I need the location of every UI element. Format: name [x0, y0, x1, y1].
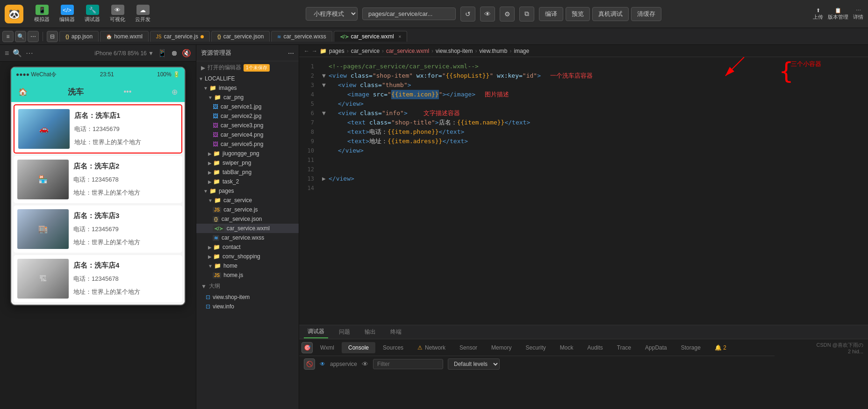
devtools-tab-audits[interactable]: Audits	[581, 342, 609, 353]
upload-button[interactable]: ⬆ 上传	[813, 7, 823, 21]
file-car-service-json[interactable]: {} car_service.json	[196, 214, 299, 224]
tab-app-json[interactable]: {} app.json	[59, 31, 99, 42]
task2-folder[interactable]: ▶ 📁 task_2	[196, 177, 299, 186]
devtools-tab-sources[interactable]: Sources	[376, 342, 410, 353]
tab-output[interactable]: 输出	[361, 326, 380, 338]
visible-button[interactable]: 👁 可视化	[106, 3, 129, 25]
bottom-tabs-bar: 调试器 问题 输出 终端	[299, 325, 868, 339]
devtools-tab-trace[interactable]: Trace	[610, 342, 638, 353]
toggle-2[interactable]: ▼	[320, 72, 328, 80]
sidebar-toggle[interactable]: ≡	[2, 31, 14, 42]
menu-icon[interactable]: ≡	[5, 49, 9, 58]
swiper-folder[interactable]: ▶ 📁 swiper_png	[196, 158, 299, 168]
settings-icon-button[interactable]: ⚙	[500, 7, 515, 22]
devtools-tab-mock[interactable]: Mock	[553, 342, 580, 353]
toggle-13[interactable]: ▶	[320, 175, 328, 183]
eye-icon-2[interactable]: 👁	[362, 360, 368, 368]
compile-button[interactable]: 编译	[539, 7, 563, 21]
devtools-tab-memory[interactable]: Memory	[485, 342, 518, 353]
forward-icon[interactable]: →	[312, 48, 317, 54]
toggle-3[interactable]: ▼	[320, 81, 328, 89]
simulator-button[interactable]: 📱 模拟器	[30, 3, 53, 25]
code-line-14	[320, 183, 866, 193]
outline-item-shop-item[interactable]: ⊡ view.shop-item	[196, 292, 299, 302]
more-options-button[interactable]: ⋯	[28, 31, 39, 42]
tabbar-folder[interactable]: ▶ 📁 tabBar_png	[196, 168, 299, 177]
preview-button[interactable]: 预览	[566, 7, 590, 21]
version-mgmt-button[interactable]: 📋 版本管理	[828, 7, 848, 21]
mode-select[interactable]: 小程序模式	[306, 7, 358, 21]
search-icon-button[interactable]: 🔍	[15, 31, 26, 42]
search-icon[interactable]: 🔍	[13, 49, 22, 58]
phone-frame: ●●●● WeChat令 23:51 100% 🔋 🏠 洗车 ••• ⊕	[0, 62, 196, 409]
tab-car-service-js[interactable]: JS car_service.js	[150, 31, 210, 42]
conv-shopping-folder[interactable]: ▶ 📁 conv_shopping	[196, 252, 299, 261]
cloud-button[interactable]: ☁ 云开发	[131, 3, 154, 25]
home-folder[interactable]: ▼ 📁 home	[196, 261, 299, 270]
opened-editors-section[interactable]: ▶ 打开的编辑器 1个未保存	[196, 61, 299, 74]
tab-issues[interactable]: 问题	[335, 326, 354, 338]
images-folder[interactable]: ▼ 📁 images	[196, 83, 299, 93]
split-editor-button[interactable]: ⊟	[47, 31, 58, 42]
car-png-folder[interactable]: ▼ 📁 car_png	[196, 93, 299, 102]
file-car-service5[interactable]: 🖼 car_service5.png	[196, 139, 299, 149]
jiugongge-folder[interactable]: ▶ 📁 jiugongge_png	[196, 149, 299, 158]
layers-icon-button[interactable]: ⧉	[519, 7, 534, 22]
console-clear-button[interactable]: 🚫	[304, 358, 315, 370]
editor-button[interactable]: </> 编辑器	[56, 3, 79, 25]
back-icon[interactable]: ←	[304, 48, 309, 54]
record-icon[interactable]: ⏺	[171, 49, 178, 58]
devtools-icon-btn[interactable]: 🎯	[301, 342, 313, 353]
devtools-tab-wxml[interactable]: Wxml	[314, 342, 341, 353]
eye-icon[interactable]: 👁	[320, 361, 325, 367]
devtools-tab-console[interactable]: Console	[342, 342, 375, 353]
devtools-tab-appdata[interactable]: AppData	[638, 342, 674, 353]
more-options-icon[interactable]: ⋯	[288, 50, 294, 57]
car-service-folder[interactable]: ▼ 📁 car_service	[196, 196, 299, 205]
close-tab-button[interactable]: ×	[399, 34, 402, 39]
real-debug-button[interactable]: 真机调试	[592, 7, 629, 21]
file-car-service-wxss[interactable]: ≋ car_service.wxss	[196, 233, 299, 242]
filter-input[interactable]	[373, 359, 443, 369]
audio-icon[interactable]: 🔇	[182, 49, 191, 58]
phone-time: 23:51	[100, 71, 114, 78]
preview-icon-button[interactable]: 👁	[480, 7, 495, 22]
code-editor[interactable]: <!--pages/car_service/car_service.wxml--…	[318, 57, 868, 325]
devtools-tab-network[interactable]: ⚠Network	[411, 342, 452, 353]
clear-cache-button[interactable]: 清缓存	[631, 7, 661, 21]
file-car-service-js[interactable]: JS car_service.js	[196, 205, 299, 214]
debug-button[interactable]: 🔧 调试器	[81, 3, 104, 25]
file-home-js[interactable]: JS home.js	[196, 270, 299, 280]
tab-car-service-wxml[interactable]: ≺/≻ car_service.wxml ×	[334, 31, 408, 42]
tab-car-service-wxss[interactable]: ≋ car_service.wxss	[271, 31, 332, 42]
contact-folder[interactable]: ▶ 📁 contact	[196, 242, 299, 252]
devtools-tab-storage[interactable]: Storage	[674, 342, 707, 353]
shop-phone-2: 电话：12345678	[73, 175, 179, 184]
file-car-service-wxml[interactable]: ≺/≻ car_service.wxml	[196, 224, 299, 233]
devtools-tab-bar: 🎯 Wxml Console Sources ⚠Network Sensor M…	[299, 339, 775, 356]
url-bar[interactable]	[362, 7, 456, 20]
file-car-service1[interactable]: 🖼 car_service1.jpg	[196, 102, 299, 111]
phone-device: ●●●● WeChat令 23:51 100% 🔋 🏠 洗车 ••• ⊕	[10, 66, 186, 306]
tab-debugger[interactable]: 调试器	[304, 326, 328, 338]
car-icon-4: 🏗	[39, 275, 47, 283]
tab-car-service-json[interactable]: {} car_service.json	[211, 31, 270, 42]
detail-button[interactable]: ⋯ 详情	[853, 7, 863, 21]
level-select[interactable]: Default levels	[448, 358, 500, 370]
file-car-service3[interactable]: 🖼 car_service3.png	[196, 121, 299, 130]
toggle-6[interactable]: ▼	[320, 110, 328, 117]
tab-home-wxml[interactable]: 🏠 home.wxml	[100, 31, 149, 42]
file-car-service4[interactable]: 🖼 car_service4.png	[196, 130, 299, 139]
options-icon[interactable]: ⋯	[26, 49, 33, 58]
locallife-root[interactable]: ▼ LOCALLIFE	[196, 74, 299, 83]
refresh-button[interactable]: ↺	[460, 7, 475, 22]
devtools-tab-security[interactable]: Security	[519, 342, 552, 353]
devtools-tab-sensor[interactable]: Sensor	[453, 342, 484, 353]
pages-folder[interactable]: ▼ 📁 pages	[196, 186, 299, 196]
outline-item-info[interactable]: ⊡ view.info	[196, 302, 299, 311]
file-car-service2[interactable]: 🖼 car_service2.jpg	[196, 111, 299, 121]
shop-info-1: 店名：洗车店1 电话：12345679 地址：世界上的某个地方	[74, 109, 178, 149]
outline-section[interactable]: ▼ 大纲	[196, 280, 299, 292]
tab-terminal[interactable]: 终端	[387, 326, 405, 338]
resource-manager-header: 资源管理器 ⋯	[196, 45, 299, 61]
